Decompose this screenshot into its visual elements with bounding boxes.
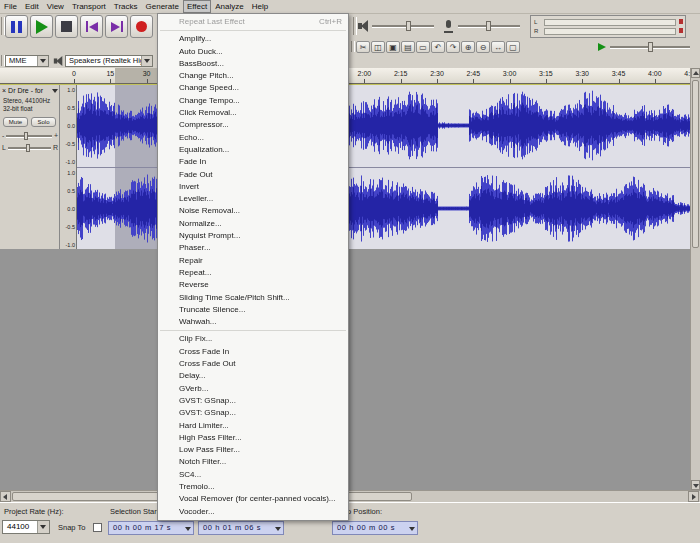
effect-menu-item[interactable]: High Pass Filter... bbox=[158, 432, 348, 444]
cut-button[interactable]: ✂ bbox=[356, 41, 370, 53]
toolbar-gripper[interactable] bbox=[351, 41, 355, 52]
clip-indicator bbox=[679, 28, 683, 33]
play-speed-slider[interactable] bbox=[610, 41, 690, 53]
fit-selection-button[interactable]: ↔ bbox=[491, 41, 505, 53]
effect-menu-item[interactable]: BassBoost... bbox=[158, 58, 348, 70]
effect-menu-item[interactable]: Compressor... bbox=[158, 119, 348, 131]
effect-menu-item[interactable]: Low Pass Filter... bbox=[158, 444, 348, 456]
play-at-speed-icon[interactable] bbox=[598, 43, 606, 51]
scroll-left-arrow[interactable] bbox=[0, 491, 11, 502]
effect-menu-item[interactable]: Wahwah... bbox=[158, 316, 348, 328]
menu-view[interactable]: View bbox=[43, 0, 68, 13]
scroll-down-arrow[interactable] bbox=[691, 480, 700, 490]
effect-menu-item[interactable]: Cross Fade Out bbox=[158, 358, 348, 370]
pause-button[interactable] bbox=[5, 15, 28, 38]
zoom-out-button[interactable]: ⊖ bbox=[476, 41, 490, 53]
amplitude-scale-value: 0.0 bbox=[67, 206, 75, 212]
stop-button[interactable] bbox=[55, 15, 78, 38]
menu-analyze[interactable]: Analyze bbox=[211, 0, 247, 13]
effect-menu-item[interactable]: GVST: GSnap... bbox=[158, 407, 348, 419]
mute-button[interactable]: Mute bbox=[3, 117, 28, 127]
effect-menu-item[interactable]: GVerb... bbox=[158, 383, 348, 395]
effect-menu-item[interactable]: Notch Filter... bbox=[158, 456, 348, 468]
redo-button[interactable]: ↷ bbox=[446, 41, 460, 53]
horizontal-scrollbar[interactable] bbox=[0, 490, 700, 502]
effect-menu-item[interactable]: Noise Removal... bbox=[158, 205, 348, 217]
play-button[interactable] bbox=[30, 15, 53, 38]
vertical-scrollbar[interactable] bbox=[690, 68, 700, 490]
effect-menu-item[interactable]: Click Removal... bbox=[158, 107, 348, 119]
effect-menu-item[interactable]: SC4... bbox=[158, 469, 348, 481]
pan-slider[interactable] bbox=[8, 143, 51, 153]
effect-menu-item[interactable]: Auto Duck... bbox=[158, 46, 348, 58]
snap-to-checkbox[interactable] bbox=[93, 523, 102, 532]
output-meter-right bbox=[544, 28, 676, 35]
menu-help[interactable]: Help bbox=[248, 0, 272, 13]
effect-menu-item[interactable]: Change Tempo... bbox=[158, 95, 348, 107]
effect-menu-item[interactable]: Clip Fix... bbox=[158, 333, 348, 345]
timeline-ruler[interactable]: 01530451:001:151:301:452:002:152:302:453… bbox=[0, 68, 700, 84]
audio-host-select[interactable]: MME bbox=[5, 55, 49, 67]
silence-audio-button[interactable]: ▭ bbox=[416, 41, 430, 53]
effect-menu-item[interactable]: Invert bbox=[158, 181, 348, 193]
menu-transport[interactable]: Transport bbox=[68, 0, 110, 13]
effect-menu-item[interactable]: Truncate Silence... bbox=[158, 304, 348, 316]
effect-menu-item[interactable]: Vocoder... bbox=[158, 506, 348, 518]
undo-button[interactable]: ↶ bbox=[431, 41, 445, 53]
scroll-up-arrow[interactable] bbox=[691, 68, 700, 78]
toolbar-gripper[interactable] bbox=[353, 17, 357, 35]
selection-length-field[interactable]: 00 h 01 m 06 s bbox=[198, 521, 284, 535]
trim-audio-button[interactable]: ▤ bbox=[401, 41, 415, 53]
effect-menu-item[interactable]: Leveller... bbox=[158, 193, 348, 205]
menu-effect[interactable]: Effect bbox=[183, 0, 211, 13]
menu-tracks[interactable]: Tracks bbox=[110, 0, 142, 13]
zoom-in-button[interactable]: ⊕ bbox=[461, 41, 475, 53]
effect-menu-item[interactable]: Echo... bbox=[158, 132, 348, 144]
selection-start-field[interactable]: 00 h 00 m 17 s bbox=[108, 521, 194, 535]
effect-menu-item[interactable]: Tremolo... bbox=[158, 481, 348, 493]
timeline-tick bbox=[147, 79, 148, 83]
scroll-right-arrow[interactable] bbox=[688, 491, 699, 502]
effect-menu-item[interactable]: Equalization... bbox=[158, 144, 348, 156]
effect-menu-item[interactable]: Fade In bbox=[158, 156, 348, 168]
track-menu-arrow-icon[interactable] bbox=[52, 89, 58, 93]
effect-menu-item[interactable]: GVST: GSnap... bbox=[158, 395, 348, 407]
track-close-button[interactable]: × bbox=[2, 86, 6, 95]
effect-menu-item[interactable]: Nyquist Prompt... bbox=[158, 230, 348, 242]
timeline-tick bbox=[437, 79, 438, 83]
effect-menu-item[interactable]: Normalize... bbox=[158, 218, 348, 230]
menu-generate[interactable]: Generate bbox=[142, 0, 183, 13]
gain-slider[interactable] bbox=[6, 131, 52, 141]
effect-menu-item[interactable]: Phaser... bbox=[158, 242, 348, 254]
effect-menu-item[interactable]: Hard Limiter... bbox=[158, 420, 348, 432]
menu-separator bbox=[160, 330, 346, 331]
track-name[interactable]: Dr Dre - for bbox=[8, 87, 43, 94]
solo-button[interactable]: Solo bbox=[31, 117, 56, 127]
effect-menu-item[interactable]: Amplify... bbox=[158, 33, 348, 45]
effect-menu-item[interactable]: Sliding Time Scale/Pitch Shift... bbox=[158, 292, 348, 304]
copy-button[interactable]: ◫ bbox=[371, 41, 385, 53]
effect-menu-item[interactable]: Repair bbox=[158, 255, 348, 267]
project-rate-select[interactable]: 44100 bbox=[2, 520, 50, 534]
menu-edit[interactable]: Edit bbox=[21, 0, 43, 13]
menu-file[interactable]: File bbox=[0, 0, 21, 13]
effect-menu-item[interactable]: Vocal Remover (for center-panned vocals)… bbox=[158, 493, 348, 505]
fit-project-button[interactable]: ▢ bbox=[506, 41, 520, 53]
output-volume-slider[interactable] bbox=[372, 20, 434, 32]
effect-menu-item[interactable]: Delay... bbox=[158, 370, 348, 382]
audio-position-field[interactable]: 00 h 00 m 00 s bbox=[332, 521, 418, 535]
effect-menu-item[interactable]: Cross Fade In bbox=[158, 346, 348, 358]
skip-to-end-button[interactable] bbox=[105, 15, 128, 38]
output-device-select[interactable]: Speakers (Realtek High bbox=[65, 55, 153, 67]
vertical-scroll-thumb[interactable] bbox=[692, 80, 699, 248]
record-button[interactable] bbox=[130, 15, 153, 38]
effect-menu-item[interactable]: Repeat... bbox=[158, 267, 348, 279]
paste-button[interactable]: ▣ bbox=[386, 41, 400, 53]
effect-menu-item[interactable]: Change Pitch... bbox=[158, 70, 348, 82]
effect-menu-item[interactable]: Fade Out bbox=[158, 169, 348, 181]
snap-to-label: Snap To bbox=[58, 523, 85, 532]
input-volume-slider[interactable] bbox=[458, 20, 520, 32]
skip-to-start-button[interactable] bbox=[80, 15, 103, 38]
effect-menu-item[interactable]: Change Speed... bbox=[158, 82, 348, 94]
effect-menu-item[interactable]: Reverse bbox=[158, 279, 348, 291]
